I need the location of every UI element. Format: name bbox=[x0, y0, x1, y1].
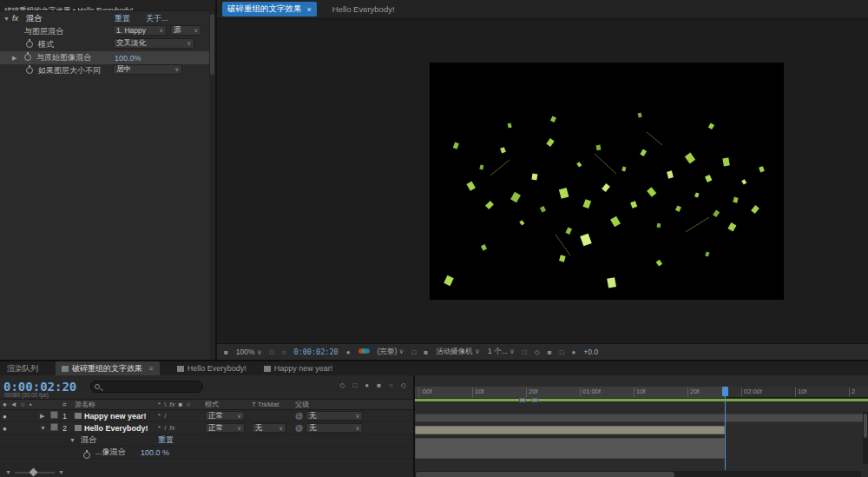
effect-property-value[interactable]: 100.0 % bbox=[141, 447, 169, 458]
zoom-slider-knob[interactable] bbox=[29, 467, 37, 476]
zoom-dropdown[interactable]: 100% ∨ bbox=[236, 348, 262, 356]
effect-reset-link[interactable]: 重置 bbox=[158, 434, 174, 446]
work-area-bar[interactable] bbox=[415, 399, 868, 401]
effect-duration-bar[interactable] bbox=[415, 438, 725, 459]
blend-mode-dropdown[interactable]: 正常∨ bbox=[205, 423, 245, 433]
shy-icon[interactable]: ● bbox=[365, 381, 369, 389]
audio-column-icon[interactable]: ◄ bbox=[10, 401, 17, 408]
mode-column-header[interactable]: 模式 bbox=[205, 400, 252, 409]
timeline-search-input[interactable] bbox=[90, 381, 203, 393]
trkmat-dropdown[interactable]: 无∨ bbox=[252, 423, 286, 433]
blend-mode-dropdown[interactable]: 正常∨ bbox=[205, 411, 245, 421]
parent-column-header[interactable]: 父级 bbox=[295, 400, 413, 409]
quality-slash-icon[interactable]: / bbox=[164, 412, 166, 420]
timeline-track-area[interactable]: :00f 10f 20f 01:00f 10f 20f 02:00f 10f 2 bbox=[415, 375, 868, 477]
tab-comp-main[interactable]: 破碎重组的文字效果 ≡ bbox=[56, 361, 160, 376]
snapshot-icon[interactable]: ● bbox=[346, 348, 351, 356]
trkmat-column-header[interactable]: T TrkMat bbox=[252, 401, 295, 408]
motion-blur-icon[interactable]: ○ bbox=[389, 381, 393, 389]
playhead[interactable] bbox=[725, 387, 726, 470]
mask-visibility-icon[interactable]: ○ bbox=[282, 348, 286, 356]
layer-size-dropdown[interactable]: 居中 ∨ bbox=[113, 64, 182, 75]
region-of-interest-icon[interactable]: □ bbox=[411, 348, 416, 356]
menu-icon[interactable]: ≡ bbox=[149, 365, 154, 373]
frame-blend-icon[interactable]: ■ bbox=[377, 381, 381, 389]
zoom-out-icon[interactable]: ▼ bbox=[5, 469, 11, 475]
triangle-down-icon[interactable]: ▼ bbox=[69, 434, 76, 446]
playhead-handle[interactable] bbox=[722, 387, 728, 396]
exposure-icon[interactable]: ● bbox=[571, 348, 575, 356]
about-link[interactable]: 关于... bbox=[146, 11, 168, 25]
label-color-chip[interactable] bbox=[50, 423, 58, 431]
pickwhip-icon[interactable]: @ bbox=[295, 412, 303, 421]
composition-canvas[interactable] bbox=[430, 63, 784, 300]
timeline-vertical-scrollbar[interactable] bbox=[863, 412, 868, 464]
timeline-zoom-slider[interactable]: ▼ ▼ bbox=[5, 469, 64, 475]
triangle-right-icon[interactable]: ▶ bbox=[12, 51, 16, 64]
effect-property-name[interactable]: ...像混合 bbox=[95, 447, 126, 458]
effect-property-row[interactable]: ...像混合 100.0 % bbox=[0, 447, 413, 459]
flowchart-icon[interactable]: □ bbox=[560, 348, 564, 356]
mode-dropdown[interactable]: 交叉淡化 ∨ bbox=[113, 38, 194, 49]
work-area-handle[interactable] bbox=[531, 398, 538, 402]
layer-row-1[interactable]: ● ▶ 1 Happy new year! * / 正常∨ @ 无∨ bbox=[0, 410, 413, 422]
channels-icon[interactable] bbox=[358, 348, 370, 356]
fx-switch-icon[interactable]: fx bbox=[169, 424, 174, 432]
layer-name[interactable]: Hello Everybody! bbox=[84, 424, 148, 433]
zoom-slider-track[interactable] bbox=[15, 472, 55, 474]
stopwatch-icon[interactable] bbox=[83, 452, 90, 459]
transparency-grid-icon[interactable]: ■ bbox=[424, 348, 428, 356]
timeline-horizontal-scrollbar[interactable] bbox=[415, 471, 861, 477]
timeline-button-icon[interactable]: ■ bbox=[548, 348, 552, 356]
tab-comp-hello[interactable]: Hello Everybody! bbox=[177, 364, 247, 373]
close-icon[interactable]: × bbox=[307, 5, 312, 14]
triangle-down-icon[interactable]: ▼ bbox=[40, 425, 50, 431]
blend-original-value[interactable]: 100.0% bbox=[115, 51, 141, 64]
hand-tool-icon[interactable]: ■ bbox=[224, 348, 228, 356]
layer-duration-bar-2[interactable] bbox=[415, 426, 725, 434]
label-color-chip[interactable] bbox=[50, 411, 58, 419]
comp-tab-active[interactable]: 破碎重组的文字效果 × bbox=[222, 2, 317, 17]
stopwatch-icon[interactable] bbox=[24, 54, 31, 61]
visibility-column-icon[interactable]: ● bbox=[3, 401, 7, 408]
resolution-dropdown[interactable]: (完整) ∨ bbox=[378, 347, 404, 357]
composition-viewport[interactable] bbox=[217, 19, 868, 343]
effect-group-row[interactable]: ▼ 混合 重置 bbox=[0, 434, 413, 447]
reset-link[interactable]: 重置 bbox=[115, 11, 130, 25]
source-name-column-header[interactable]: 源名称 bbox=[75, 400, 158, 409]
work-area-handle[interactable] bbox=[519, 398, 526, 402]
comp-tab-hello[interactable]: Hello Everybody! bbox=[332, 4, 395, 14]
effects-scrollbar[interactable] bbox=[209, 12, 215, 360]
graph-editor-icon[interactable]: ◇ bbox=[401, 381, 406, 389]
effect-name[interactable]: 混合 bbox=[26, 11, 42, 25]
quality-switch-icon[interactable]: * bbox=[158, 424, 161, 432]
eye-icon[interactable]: ● bbox=[3, 425, 7, 433]
quality-slash-icon[interactable]: / bbox=[164, 424, 166, 432]
prop-row-blend-original[interactable]: ▶ 与原始图像混合 100.0% bbox=[0, 51, 215, 64]
lock-column-icon[interactable]: ▪ bbox=[30, 401, 40, 408]
source-dropdown[interactable]: 源 ∨ bbox=[170, 25, 201, 36]
solo-column-icon[interactable]: ○ bbox=[21, 401, 25, 408]
tab-comp-happy[interactable]: Happy new year! bbox=[264, 364, 333, 373]
parent-dropdown[interactable]: 无∨ bbox=[306, 411, 363, 421]
comp-mini-flowchart-icon[interactable]: ◇ bbox=[339, 381, 345, 389]
fast-preview-icon[interactable]: ◇ bbox=[535, 348, 540, 356]
parent-dropdown[interactable]: 无∨ bbox=[306, 423, 363, 433]
number-column-header[interactable]: # bbox=[62, 401, 75, 408]
camera-dropdown[interactable]: 活动摄像机 ∨ bbox=[436, 347, 480, 357]
blend-layer-dropdown[interactable]: 1. Happy ∨ bbox=[113, 25, 167, 36]
layer-row-2[interactable]: ● ▼ 2 Hello Everybody! * / fx 正常∨ 无∨ @ bbox=[0, 422, 413, 434]
time-ruler[interactable]: :00f 10f 20f 01:00f 10f 20f 02:00f 10f 2 bbox=[415, 387, 868, 398]
stopwatch-icon[interactable] bbox=[26, 67, 33, 74]
stopwatch-icon[interactable] bbox=[26, 41, 33, 48]
pickwhip-icon[interactable]: @ bbox=[295, 424, 303, 433]
fx-enable-icon[interactable]: fx bbox=[12, 11, 18, 25]
view-layout-dropdown[interactable]: 1 个... ∨ bbox=[488, 347, 515, 357]
layer-duration-bar-1[interactable] bbox=[415, 414, 868, 422]
safe-zones-icon[interactable]: □ bbox=[270, 348, 274, 356]
quality-switch-icon[interactable]: * bbox=[158, 412, 161, 420]
exposure-value[interactable]: +0.0 bbox=[583, 348, 598, 356]
layer-name[interactable]: Happy new year! bbox=[84, 412, 147, 421]
comp-timecode[interactable]: 0:00:02:20 bbox=[294, 348, 339, 356]
zoom-in-icon[interactable]: ▼ bbox=[58, 469, 64, 475]
